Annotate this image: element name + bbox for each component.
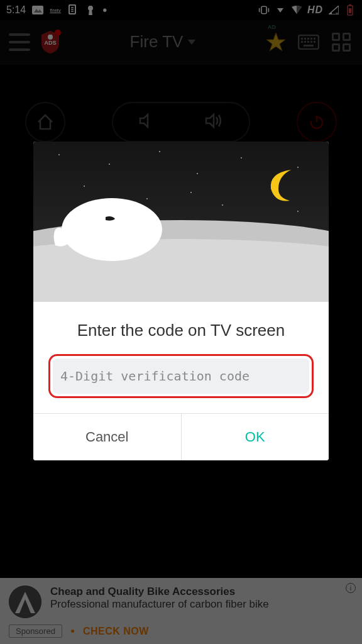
svg-point-39 xyxy=(62,198,162,261)
pairing-code-dialog: Enter the code on TV screen Cancel OK xyxy=(33,142,329,460)
verification-code-input[interactable] xyxy=(53,358,309,394)
cancel-button[interactable]: Cancel xyxy=(33,414,182,460)
dialog-title: Enter the code on TV screen xyxy=(48,321,314,340)
dialog-illustration xyxy=(33,142,329,302)
moon-icon xyxy=(266,167,304,204)
whale-illustration xyxy=(52,182,165,264)
ok-button[interactable]: OK xyxy=(182,414,329,460)
code-input-highlight xyxy=(48,354,314,398)
